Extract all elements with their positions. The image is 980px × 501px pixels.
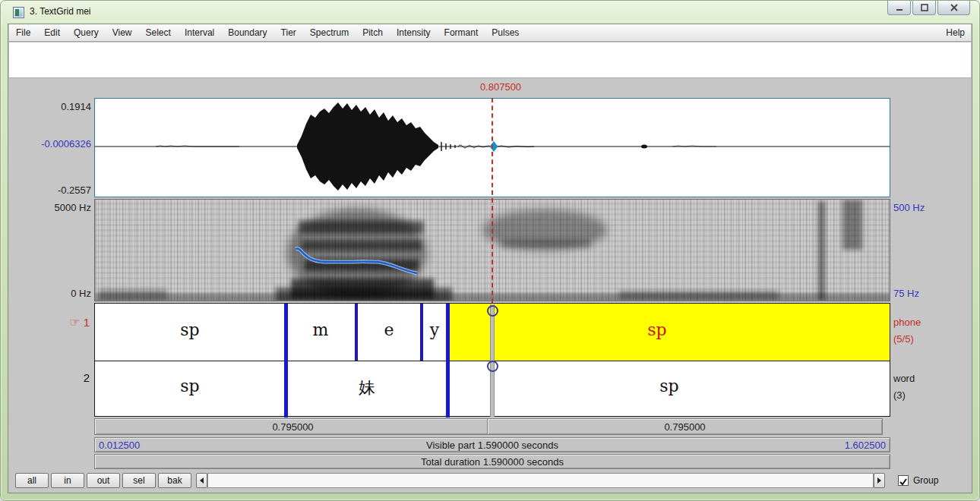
menu-boundary[interactable]: Boundary: [221, 24, 273, 41]
tier-boundary[interactable]: [420, 304, 423, 361]
window-title: 3. TextGrid mei: [30, 6, 90, 17]
tier1-interval-m[interactable]: m: [313, 320, 329, 339]
cursor-line: [492, 98, 493, 303]
info-strip: [9, 43, 971, 78]
menu-help[interactable]: Help: [940, 24, 971, 41]
scroll-left-button[interactable]: [196, 473, 207, 488]
cursor-time-label: 0.807500: [440, 81, 561, 93]
maximize-icon: [921, 4, 928, 11]
left-duration: 0.795000: [272, 421, 313, 433]
menu-select[interactable]: Select: [139, 24, 178, 41]
visible-start-time: 0.012500: [99, 440, 140, 451]
menu-interval[interactable]: Interval: [178, 24, 221, 41]
tier2-selector[interactable]: 2: [30, 371, 90, 384]
app-icon: [13, 7, 24, 18]
menu-pulses[interactable]: Pulses: [485, 24, 526, 41]
amp-min-label: -0.2557: [23, 184, 91, 196]
right-duration: 0.795000: [664, 421, 705, 433]
tier-boundary[interactable]: [284, 304, 288, 417]
left-arrow-icon: [200, 477, 204, 484]
menu-view[interactable]: View: [106, 24, 139, 41]
selected-tier-hand-icon: ☞: [69, 316, 80, 329]
menu-edit[interactable]: Edit: [37, 24, 67, 41]
tier1-number: 1: [84, 316, 90, 329]
amp-max-label: 0.1914: [23, 101, 91, 112]
zoom-all-button[interactable]: all: [15, 473, 49, 488]
tier1-interval-sp2[interactable]: sp: [647, 320, 666, 339]
menu-tier[interactable]: Tier: [274, 24, 303, 41]
selected-interval-highlight[interactable]: [449, 304, 890, 361]
tier1-interval-sp1[interactable]: sp: [180, 320, 199, 339]
insert-boundary-handle-tier1[interactable]: [487, 305, 498, 317]
play-right-part-bar[interactable]: 0.795000: [487, 418, 883, 435]
visible-end-time: 1.602500: [845, 440, 886, 451]
scrollbar-trough[interactable]: [207, 473, 874, 488]
tier1-interval-y[interactable]: y: [430, 320, 439, 339]
checkmark-icon: [899, 477, 908, 487]
menu-file[interactable]: File: [9, 24, 37, 41]
tier1-name-label: phone: [893, 317, 921, 328]
menu-bar: File Edit Query View Select Interval Bou…: [9, 24, 971, 42]
control-bar: all in out sel bak Group: [9, 469, 971, 492]
play-visible-part-bar[interactable]: 0.012500 Visible part 1.590000 seconds 1…: [94, 437, 890, 452]
tier1-count-label: (5/5): [893, 333, 914, 345]
pitch-max-label: 500 Hz: [893, 202, 925, 213]
menu-pitch[interactable]: Pitch: [356, 24, 390, 41]
amp-cursor-label: -0.0006326: [23, 138, 91, 150]
scroll-right-button[interactable]: [874, 473, 885, 488]
tier1-selector[interactable]: ☞ 1: [30, 315, 90, 329]
close-button[interactable]: [937, 1, 970, 15]
title-bar: 3. TextGrid mei: [1, 1, 979, 24]
pitch-min-label: 75 Hz: [893, 288, 919, 299]
editor-main-area: 0.807500: [9, 78, 971, 473]
zoom-sel-button[interactable]: sel: [122, 473, 156, 488]
maximize-button[interactable]: [912, 1, 936, 15]
tier-boundary[interactable]: [446, 304, 450, 417]
tier-boundary[interactable]: [355, 304, 358, 361]
editor-client-area: File Edit Query View Select Interval Bou…: [8, 24, 972, 493]
total-duration-label: Total duration 1.590000 seconds: [421, 456, 564, 468]
freq-min-label: 0 Hz: [23, 288, 91, 299]
menu-query[interactable]: Query: [67, 24, 106, 41]
tier2-number: 2: [84, 371, 90, 384]
tier-block: sp m e y sp sp 妹 sp: [94, 303, 890, 417]
tier2-interval-sp1[interactable]: sp: [180, 377, 199, 395]
minimize-button[interactable]: [887, 1, 911, 15]
group-checkbox[interactable]: [898, 475, 909, 486]
menu-intensity[interactable]: Intensity: [390, 24, 438, 41]
minimize-icon: [896, 4, 903, 11]
zoom-bak-button[interactable]: bak: [158, 473, 191, 488]
tier1-interval-e[interactable]: e: [384, 320, 394, 339]
insert-boundary-handle-tier2[interactable]: [487, 361, 498, 372]
close-icon: [950, 4, 958, 11]
menu-spectrum[interactable]: Spectrum: [303, 24, 356, 41]
tier2-interval-word[interactable]: 妹: [359, 377, 375, 399]
zoom-out-button[interactable]: out: [87, 473, 120, 488]
tier2-interval-sp2[interactable]: sp: [659, 377, 678, 395]
praat-window: 3. TextGrid mei File Edit Query View Sel…: [0, 0, 980, 501]
group-checkbox-label: Group: [913, 475, 938, 486]
tier2-count-label: (3): [893, 389, 906, 401]
zoom-in-button[interactable]: in: [51, 473, 84, 488]
tier2-name-label: word: [893, 373, 915, 384]
play-left-part-bar[interactable]: 0.795000: [94, 418, 492, 435]
freq-max-label: 5000 Hz: [23, 202, 91, 213]
menu-formant[interactable]: Formant: [438, 24, 485, 41]
play-total-duration-bar[interactable]: Total duration 1.590000 seconds: [94, 454, 890, 469]
visible-part-label: Visible part 1.590000 seconds: [140, 440, 845, 451]
right-arrow-icon: [877, 477, 881, 484]
